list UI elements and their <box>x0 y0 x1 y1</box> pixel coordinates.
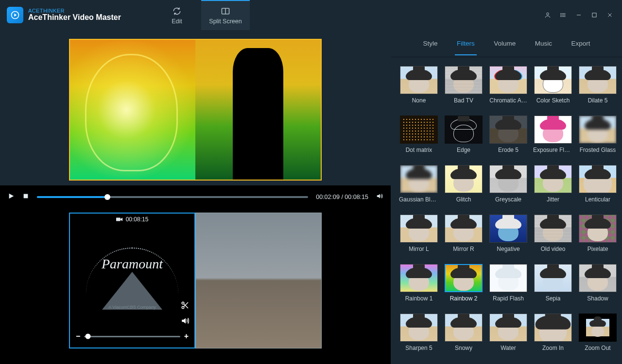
clip-seek: −+ <box>76 332 189 341</box>
svg-point-7 <box>561 14 561 14</box>
side-tab-volume[interactable]: Volume <box>492 32 518 55</box>
filter-edge[interactable]: Edge <box>445 116 483 153</box>
filter-sharpen-5[interactable]: Sharpen 5 <box>400 314 438 351</box>
filter-dot-matrix[interactable]: Dot matrix <box>400 116 438 153</box>
split-icon <box>220 6 231 16</box>
filter-thumb <box>400 215 438 243</box>
filter-label: Edge <box>457 147 470 153</box>
filter-thumb <box>489 264 527 292</box>
filter-none[interactable]: None <box>400 66 438 104</box>
user-icon[interactable] <box>544 12 551 18</box>
filter-thumb <box>400 165 438 193</box>
filter-negative[interactable]: Negative <box>489 215 527 252</box>
filter-label: Jitter <box>547 196 559 203</box>
filter-thumb <box>489 66 527 94</box>
filter-thumb <box>534 314 572 342</box>
filter-thumb <box>534 165 572 193</box>
side-tab-filters[interactable]: Filters <box>455 32 477 55</box>
filter-greyscale[interactable]: Greyscale <box>489 165 527 203</box>
tab-split-screen[interactable]: Split Screen <box>201 0 250 30</box>
filter-color-sketch[interactable]: Color Sketch <box>534 66 572 104</box>
playback-bar: 00:02:09 / 00:08:15 <box>0 185 391 209</box>
filter-label: Rainbow 2 <box>450 295 478 302</box>
filter-label: Sepia <box>546 295 561 302</box>
stop-button[interactable] <box>22 193 29 201</box>
filter-snowy[interactable]: Snowy <box>445 314 483 351</box>
refresh-icon <box>172 6 182 16</box>
minimize-icon[interactable] <box>575 12 582 18</box>
progress-track[interactable] <box>37 196 308 198</box>
filter-label: Mirror L <box>409 246 429 252</box>
filter-label: Rapid Flash <box>493 295 524 302</box>
filter-thumb <box>445 264 483 292</box>
scissors-icon[interactable] <box>181 301 190 310</box>
clip-seek-track[interactable] <box>84 336 180 337</box>
volume-button[interactable] <box>376 193 383 201</box>
clip-thumb: ParamountA ViacomCBS Company <box>70 214 194 347</box>
filter-label: Water <box>501 345 516 351</box>
side-tab-export[interactable]: Export <box>569 32 592 55</box>
filter-label: None <box>412 97 426 104</box>
filter-scroll[interactable]: NoneBad TVChromatic A…Color SketchDilate… <box>391 57 622 364</box>
clip-thumb <box>196 213 321 348</box>
filter-rainbow-2[interactable]: Rainbow 2 <box>445 264 483 302</box>
filter-label: Sharpen 5 <box>405 345 432 351</box>
filter-chromatic-a-[interactable]: Chromatic A… <box>489 66 527 104</box>
filter-label: Lenticular <box>585 196 610 203</box>
maximize-icon[interactable] <box>591 12 598 18</box>
filter-label: Chromatic A… <box>489 97 527 104</box>
menu-list-icon[interactable] <box>560 12 567 18</box>
tab-edit[interactable]: Edit <box>153 0 201 30</box>
side-tabs: StyleFiltersVolumeMusicExport <box>391 30 622 57</box>
progress-fill <box>37 196 107 198</box>
filter-exposure-fla-[interactable]: Exposure Fla… <box>534 116 572 153</box>
filter-zoom-out[interactable]: Zoom Out <box>579 314 617 351</box>
filter-bad-tv[interactable]: Bad TV <box>445 66 483 104</box>
preview-right-half <box>195 40 321 180</box>
filter-thumb <box>534 215 572 243</box>
filter-thumb <box>534 264 572 292</box>
svg-point-8 <box>561 15 561 15</box>
close-icon[interactable] <box>606 12 613 18</box>
clip-seek-knob[interactable] <box>86 334 91 339</box>
filter-rapid-flash[interactable]: Rapid Flash <box>489 264 527 302</box>
progress-knob[interactable] <box>104 194 110 200</box>
filter-thumb <box>445 66 483 94</box>
filter-old-video[interactable]: Old video <box>534 215 572 252</box>
filter-jitter[interactable]: Jitter <box>534 165 572 203</box>
filter-mirror-r[interactable]: Mirror R <box>445 215 483 252</box>
filter-water[interactable]: Water <box>489 314 527 351</box>
side-tab-style[interactable]: Style <box>421 32 439 55</box>
play-button[interactable] <box>8 193 15 201</box>
filter-rainbow-1[interactable]: Rainbow 1 <box>400 264 438 302</box>
zoom-in-button[interactable]: + <box>184 332 189 341</box>
filter-label: Mirror R <box>453 246 474 252</box>
filter-dilate-5[interactable]: Dilate 5 <box>579 66 617 104</box>
svg-point-9 <box>561 16 561 17</box>
filter-pixelate[interactable]: Pixelate <box>579 215 617 252</box>
filter-grid: NoneBad TVChromatic A…Color SketchDilate… <box>400 66 616 351</box>
filter-label: Glitch <box>456 196 471 203</box>
filter-thumb <box>400 314 438 342</box>
filter-lenticular[interactable]: Lenticular <box>579 165 617 203</box>
svg-rect-11 <box>592 13 596 17</box>
clip-1[interactable]: 00:04:26 <box>195 213 322 348</box>
video-preview[interactable] <box>69 39 322 181</box>
filter-gaussian-blu-[interactable]: Gaussian Blu… <box>400 165 438 203</box>
filter-sepia[interactable]: Sepia <box>534 264 572 302</box>
filter-thumb <box>489 215 527 243</box>
filter-label: Snowy <box>455 345 472 351</box>
clip-volume-icon[interactable] <box>181 316 190 325</box>
zoom-out-button[interactable]: − <box>76 332 80 341</box>
filter-frosted-glass[interactable]: Frosted Glass <box>579 116 617 153</box>
side-panel: StyleFiltersVolumeMusicExport NoneBad TV… <box>391 30 622 364</box>
filter-label: Gaussian Blu… <box>399 196 439 203</box>
filter-label: Exposure Fla… <box>533 147 573 153</box>
filter-erode-5[interactable]: Erode 5 <box>489 116 527 153</box>
side-tab-music[interactable]: Music <box>533 32 554 55</box>
clip-0[interactable]: 00:08:15ParamountA ViacomCBS Company−+ <box>69 213 195 348</box>
filter-glitch[interactable]: Glitch <box>445 165 483 203</box>
filter-mirror-l[interactable]: Mirror L <box>400 215 438 252</box>
filter-zoom-in[interactable]: Zoom In <box>534 314 572 351</box>
filter-shadow[interactable]: Shadow <box>579 264 617 302</box>
